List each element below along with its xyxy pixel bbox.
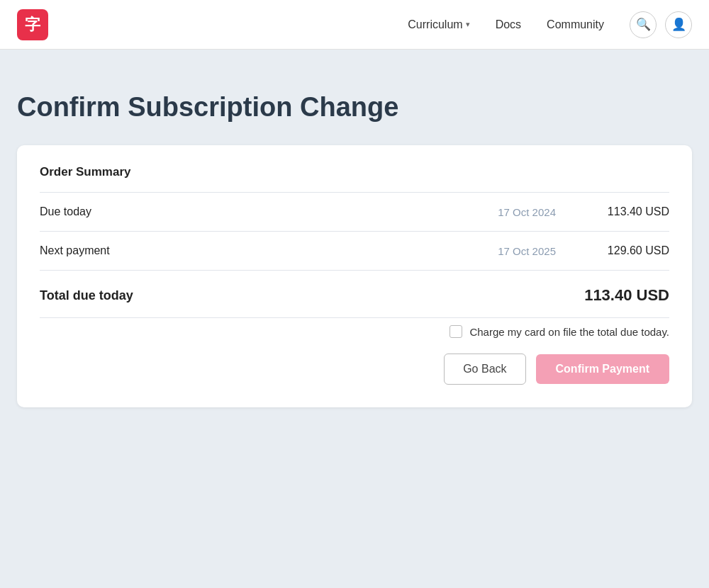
logo-text: 字 (25, 14, 40, 35)
charge-card-checkbox[interactable] (450, 325, 462, 338)
nav-community-label: Community (547, 18, 604, 31)
order-summary-title: Order Summary (40, 165, 669, 179)
nav-docs[interactable]: Docs (496, 18, 521, 31)
charge-card-label: Charge my card on file the total due tod… (469, 326, 669, 338)
next-payment-amount: 129.60 USD (584, 244, 669, 257)
due-today-amount: 113.40 USD (584, 205, 669, 218)
order-card: Order Summary Due today 17 Oct 2024 113.… (17, 145, 692, 407)
nav-curriculum[interactable]: Curriculum ▾ (408, 18, 469, 31)
total-amount: 113.40 USD (584, 286, 669, 305)
go-back-button[interactable]: Go Back (444, 354, 525, 385)
chevron-down-icon: ▾ (466, 20, 470, 29)
main-nav: Curriculum ▾ Docs Community (408, 18, 604, 31)
order-row-due-today: Due today 17 Oct 2024 113.40 USD (40, 193, 669, 232)
page-title: Confirm Subscription Change (17, 92, 692, 123)
header: 字 Curriculum ▾ Docs Community 🔍 👤 (0, 0, 709, 50)
logo-area: 字 (17, 9, 48, 40)
divider-bottom (40, 317, 669, 318)
search-button[interactable]: 🔍 (630, 11, 657, 38)
buttons-row: Go Back Confirm Payment (40, 354, 669, 385)
total-label: Total due today (40, 288, 584, 303)
nav-docs-label: Docs (496, 18, 521, 31)
confirm-payment-button[interactable]: Confirm Payment (536, 354, 669, 384)
search-icon: 🔍 (636, 17, 651, 32)
logo-button[interactable]: 字 (17, 9, 48, 40)
checkbox-row: Charge my card on file the total due tod… (40, 325, 669, 338)
main-content: Confirm Subscription Change Order Summar… (0, 50, 709, 436)
user-button[interactable]: 👤 (665, 11, 692, 38)
due-today-label: Due today (40, 205, 498, 218)
user-icon: 👤 (671, 17, 686, 32)
total-row: Total due today 113.40 USD (40, 271, 669, 317)
nav-community[interactable]: Community (547, 18, 604, 31)
next-payment-date: 17 Oct 2025 (498, 245, 556, 257)
nav-curriculum-label: Curriculum (408, 18, 462, 31)
header-icons: 🔍 👤 (630, 11, 692, 38)
next-payment-label: Next payment (40, 244, 498, 257)
due-today-date: 17 Oct 2024 (498, 206, 556, 218)
order-row-next-payment: Next payment 17 Oct 2025 129.60 USD (40, 232, 669, 271)
